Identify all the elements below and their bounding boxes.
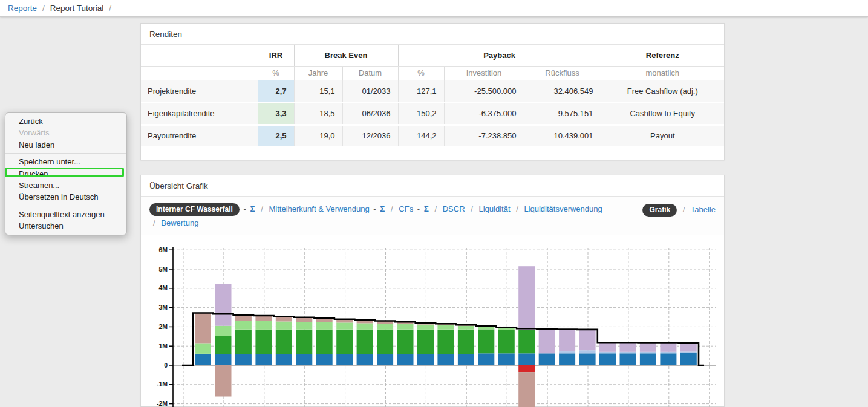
cell-investition: -6.375.000 (444, 102, 524, 125)
cell-rueckfluss: 10.439.001 (524, 125, 601, 147)
waterfall-chart: 6M5M4M3M2M1M0-1M-2M (145, 243, 724, 407)
cell-label: Projektrendite (141, 80, 258, 102)
cell-datum: 12/2036 (342, 125, 398, 147)
waterfall-chart-area: 6M5M4M3M2M1M0-1M-2M (145, 243, 724, 407)
context-menu-item-streamen[interactable]: Streamen... (5, 180, 126, 191)
tab-dscr[interactable]: DSCR (443, 204, 465, 213)
cell-payback-pct: 144,2 (398, 125, 444, 147)
context-menu-item-speichern-unter[interactable]: Speichern unter... (5, 156, 126, 168)
svg-text:1M: 1M (158, 342, 168, 350)
chart-tab-strip: Interner CF Wasserfall - Σ / Mittelherku… (141, 197, 724, 235)
col-group-irr: IRR (258, 45, 294, 66)
svg-text:5M: 5M (158, 265, 168, 273)
cell-payback-pct: 127,1 (398, 80, 444, 102)
col-group-break-even: Break Even (294, 45, 398, 66)
cell-rueckfluss: 32.406.549 (524, 80, 601, 102)
dash-separator: - (244, 204, 246, 213)
view-toggle-separator: / (683, 205, 685, 214)
view-toggle-tabelle[interactable]: Tabelle (691, 205, 716, 214)
cell-rueckfluss: 9.575.151 (524, 102, 601, 125)
sigma-link-interner-cf[interactable]: Σ (250, 204, 255, 213)
cell-referenz: Free Cashflow (adj.) (601, 80, 724, 102)
cell-datum: 06/2036 (342, 102, 398, 125)
dash-separator: - (373, 204, 376, 213)
dash-separator: - (417, 204, 420, 213)
breadcrumb-bar: Reporte / Report Tutorial / (0, 0, 868, 17)
context-menu-item-untersuchen[interactable]: Untersuchen (5, 220, 126, 232)
cell-label: Eigenkapitalrendite (141, 102, 258, 125)
cell-irr: 2,7 (258, 80, 294, 102)
svg-text:-2M: -2M (157, 400, 168, 407)
context-menu-item-uebersetzen[interactable]: Übersetzen in Deutsch (5, 191, 126, 203)
cell-irr: 2,5 (258, 125, 294, 147)
tab-cfs[interactable]: CFs (399, 204, 413, 213)
cell-investition: -7.238.850 (444, 125, 524, 147)
table-row-eigenkapitalrendite: Eigenkapitalrendite 3,3 18,5 06/2036 150… (141, 102, 724, 125)
table-row-projektrendite: Projektrendite 2,7 15,1 01/2033 127,1 -2… (141, 80, 724, 102)
table-group-header-row: IRR Break Even Payback Referenz (141, 45, 724, 66)
cell-label: Payoutrendite (141, 125, 258, 147)
col-header-monatlich: monatlich (601, 66, 724, 80)
breadcrumb-separator: / (109, 4, 111, 13)
svg-text:3M: 3M (158, 304, 168, 311)
renditen-panel-title: Renditen (141, 24, 724, 45)
cell-jahre: 15,1 (294, 80, 342, 102)
context-menu-item-neu-laden[interactable]: Neu laden (5, 139, 126, 151)
cell-payback-pct: 150,2 (398, 102, 444, 125)
context-menu-separator (5, 153, 126, 154)
col-group-payback: Payback (398, 45, 601, 66)
table-sub-header-row: % Jahre Datum % Investition Rückfluss mo… (141, 66, 724, 80)
uebersicht-grafik-panel: Übersicht Grafik Interner CF Wasserfall … (140, 175, 725, 407)
col-group-empty (141, 45, 258, 66)
tab-separator: / (261, 204, 263, 213)
col-header-payback-pct: % (398, 66, 444, 80)
breadcrumb-link-reporte[interactable]: Reporte (8, 4, 37, 13)
tab-mittelherkunft-verwendung[interactable]: Mittelherkunft & Verwendung (269, 204, 370, 213)
sigma-link-cfs[interactable]: Σ (424, 204, 429, 213)
svg-text:6M: 6M (158, 246, 168, 253)
renditen-table: IRR Break Even Payback Referenz % Jahre … (141, 45, 724, 148)
cell-jahre: 18,5 (294, 102, 342, 125)
context-menu-item-zurueck[interactable]: Zurück (5, 116, 126, 127)
cell-investition: -25.500.000 (444, 80, 524, 102)
breadcrumb-current-report-tutorial: Report Tutorial (50, 4, 104, 13)
tab-separator: / (434, 204, 437, 213)
cell-datum: 01/2033 (342, 80, 398, 102)
view-toggle: Grafik / Tabelle (642, 203, 716, 217)
sigma-link-mittelherkunft[interactable]: Σ (380, 204, 385, 213)
cell-jahre: 19,0 (294, 125, 342, 147)
col-header-datum: Datum (342, 66, 398, 80)
context-menu-item-seitenquelltext[interactable]: Seitenquelltext anzeigen (5, 209, 126, 220)
col-header-irr-pct: % (258, 66, 294, 80)
uebersicht-grafik-title: Übersicht Grafik (141, 175, 724, 197)
col-header-empty (141, 66, 258, 80)
view-toggle-grafik[interactable]: Grafik (642, 204, 677, 217)
svg-text:0: 0 (164, 362, 168, 369)
col-header-investition: Investition (444, 66, 524, 80)
table-row-payoutrendite: Payoutrendite 2,5 19,0 12/2036 144,2 -7.… (141, 125, 724, 147)
tab-bewertung[interactable]: Bewertung (161, 218, 198, 227)
tab-separator: / (471, 204, 473, 213)
context-menu-item-vorwaerts: Vorwärts (5, 127, 126, 138)
context-menu: Zurück Vorwärts Neu laden Speichern unte… (5, 112, 127, 235)
tab-separator: / (391, 204, 393, 213)
tab-separator: / (153, 218, 155, 227)
svg-text:4M: 4M (158, 284, 168, 291)
col-header-jahre: Jahre (294, 66, 342, 80)
col-group-referenz: Referenz (601, 45, 724, 66)
tab-interner-cf-wasserfall[interactable]: Interner CF Wasserfall (149, 203, 240, 216)
svg-text:2M: 2M (158, 323, 168, 330)
cell-referenz: Cashflow to Equity (601, 102, 724, 125)
cell-referenz: Payout (601, 125, 724, 147)
context-menu-separator (5, 206, 126, 206)
tab-liquiditaetsverwendung[interactable]: Liquiditätsverwendung (524, 204, 602, 213)
breadcrumb-separator: / (42, 4, 45, 13)
svg-text:-1M: -1M (157, 380, 168, 388)
cell-irr: 3,3 (258, 102, 294, 125)
renditen-panel: Renditen IRR Break Even Payback Referenz… (140, 23, 725, 160)
col-header-rueckfluss: Rückfluss (524, 66, 601, 80)
tab-separator: / (516, 204, 518, 213)
tab-liquiditaet[interactable]: Liquidität (478, 204, 510, 213)
context-menu-item-drucken[interactable]: Drucken... (5, 168, 126, 180)
